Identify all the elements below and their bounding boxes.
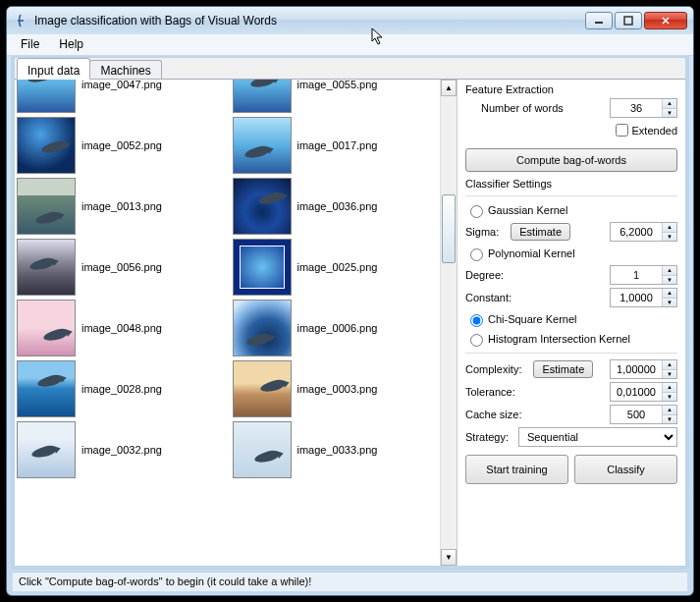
thumbnail-image xyxy=(17,239,76,296)
chisquare-radio[interactable] xyxy=(470,314,483,327)
thumbnail-image xyxy=(233,300,292,356)
cache-label: Cache size: xyxy=(465,409,604,420)
gaussian-radio[interactable] xyxy=(470,205,483,218)
thumbnail-label: image_0052.png xyxy=(81,139,162,151)
histogram-label: Histogram Intersection Kernel xyxy=(488,333,630,345)
complexity-input[interactable]: ▲▼ xyxy=(610,359,677,379)
thumbnail-image xyxy=(233,421,292,478)
thumbnail-image xyxy=(17,178,76,235)
polynomial-radio[interactable] xyxy=(470,248,483,261)
menu-help[interactable]: Help xyxy=(49,34,93,55)
list-item[interactable]: image_0013.png xyxy=(17,176,225,237)
estimate-sigma-button[interactable]: Estimate xyxy=(511,223,570,241)
thumbnail-image xyxy=(233,80,292,113)
thumbnail-label: image_0006.png xyxy=(297,322,378,334)
list-item[interactable]: image_0036.png xyxy=(233,176,441,237)
scroll-down-button[interactable]: ▼ xyxy=(441,549,457,566)
estimate-complexity-button[interactable]: Estimate xyxy=(533,360,593,378)
thumbnail-label: image_0003.png xyxy=(297,383,378,395)
spin-up-icon[interactable]: ▲ xyxy=(663,99,676,109)
thumbnail-label: image_0013.png xyxy=(81,200,162,212)
strategy-label: Strategy: xyxy=(465,431,509,443)
thumbnail-list[interactable]: image_0047.pngimage_0055.pngimage_0052.p… xyxy=(15,80,440,566)
compute-button[interactable]: Compute bag-of-words xyxy=(465,148,677,172)
sigma-label: Sigma: xyxy=(465,226,499,238)
list-item[interactable]: image_0047.png xyxy=(17,80,225,115)
thumbnail-image xyxy=(17,117,76,174)
list-item[interactable]: image_0056.png xyxy=(17,237,225,298)
extended-label: Extended xyxy=(632,125,677,137)
app-icon xyxy=(13,13,28,28)
num-words-label: Number of words xyxy=(481,102,604,114)
list-item[interactable]: image_0017.png xyxy=(233,115,441,176)
list-item[interactable]: image_0025.png xyxy=(233,237,441,298)
polynomial-label: Polynomial Kernel xyxy=(488,247,575,259)
thumbnail-label: image_0056.png xyxy=(81,261,162,273)
thumbnail-image xyxy=(233,117,292,174)
close-button[interactable] xyxy=(644,12,687,29)
thumbnail-label: image_0048.png xyxy=(81,322,162,334)
maximize-button[interactable] xyxy=(615,12,642,29)
tabs: Input data Machines xyxy=(15,58,685,80)
start-training-button[interactable]: Start training xyxy=(465,455,568,484)
status-bar: Click "Compute bag-of-words" to begin (i… xyxy=(13,572,687,591)
feature-extraction-group: Feature Extraction xyxy=(465,83,677,95)
list-item[interactable]: image_0052.png xyxy=(17,115,225,176)
thumbnail-image xyxy=(233,239,292,296)
constant-input[interactable]: ▲▼ xyxy=(610,288,677,307)
thumbnail-image xyxy=(17,300,76,356)
minimize-button[interactable] xyxy=(585,12,613,29)
svg-rect-1 xyxy=(624,17,632,25)
list-item[interactable]: image_0048.png xyxy=(17,298,225,358)
tolerance-label: Tolerance: xyxy=(465,386,604,398)
scroll-up-button[interactable]: ▲ xyxy=(441,80,457,96)
thumbnail-label: image_0047.png xyxy=(81,80,162,90)
thumbnail-label: image_0017.png xyxy=(297,139,378,151)
menu-file[interactable]: File xyxy=(11,34,49,55)
scrollbar[interactable]: ▲ ▼ xyxy=(440,80,457,566)
constant-label: Constant: xyxy=(465,292,604,303)
list-item[interactable]: image_0006.png xyxy=(233,298,441,358)
list-item[interactable]: image_0028.png xyxy=(17,358,225,419)
thumbnail-image xyxy=(17,421,76,478)
thumbnail-image xyxy=(17,80,76,113)
sigma-input[interactable]: ▲▼ xyxy=(610,222,677,242)
degree-input[interactable]: ▲▼ xyxy=(610,265,677,285)
num-words-input[interactable]: ▲▼ xyxy=(610,98,677,118)
svg-rect-0 xyxy=(595,22,603,24)
titlebar[interactable]: Image classification with Bags of Visual… xyxy=(7,7,693,34)
list-item[interactable]: image_0055.png xyxy=(233,80,441,115)
thumbnail-label: image_0025.png xyxy=(297,261,378,273)
classify-button[interactable]: Classify xyxy=(574,455,677,484)
tab-input-data[interactable]: Input data xyxy=(17,58,90,80)
window-title: Image classification with Bags of Visual… xyxy=(34,14,585,27)
list-item[interactable]: image_0003.png xyxy=(233,358,441,419)
spin-down-icon[interactable]: ▼ xyxy=(663,109,676,118)
list-item[interactable]: image_0033.png xyxy=(233,419,441,480)
menubar: File Help xyxy=(7,34,693,56)
strategy-select[interactable]: Sequential xyxy=(518,427,677,447)
cache-input[interactable]: ▲▼ xyxy=(610,405,677,424)
thumbnail-image xyxy=(233,178,292,235)
histogram-radio[interactable] xyxy=(470,334,483,347)
thumbnail-image xyxy=(17,360,76,417)
list-item[interactable]: image_0032.png xyxy=(17,419,225,480)
degree-label: Degree: xyxy=(465,269,604,281)
extended-checkbox[interactable] xyxy=(616,124,628,137)
chisquare-label: Chi-Square Kernel xyxy=(488,313,577,325)
thumbnail-label: image_0036.png xyxy=(297,200,378,212)
classifier-settings-group: Classifier Settings xyxy=(465,178,677,190)
thumbnail-label: image_0032.png xyxy=(81,444,162,456)
scroll-thumb[interactable] xyxy=(442,194,456,263)
thumbnail-image xyxy=(233,360,292,417)
thumbnail-label: image_0028.png xyxy=(81,383,162,395)
tab-machines[interactable]: Machines xyxy=(89,60,161,79)
tolerance-input[interactable]: ▲▼ xyxy=(610,382,677,402)
complexity-label: Complexity: xyxy=(465,363,521,375)
thumbnail-label: image_0033.png xyxy=(297,444,378,456)
gaussian-label: Gaussian Kernel xyxy=(488,204,567,216)
thumbnail-label: image_0055.png xyxy=(297,80,378,90)
